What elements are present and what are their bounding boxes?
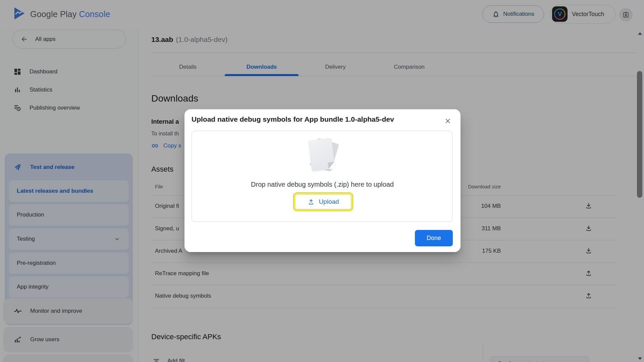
close-icon[interactable] [442, 115, 453, 127]
dialog-title: Upload native debug symbols for App bund… [192, 115, 394, 123]
paper-icon [308, 138, 335, 171]
done-button-label: Done [427, 235, 441, 242]
done-button[interactable]: Done [415, 230, 453, 246]
upload-button-label: Upload [319, 198, 339, 205]
upload-symbols-dialog: Upload native debug symbols for App bund… [184, 109, 461, 252]
upload-button-focus-ring: Upload [295, 194, 351, 209]
drop-hint-text: Drop native debug symbols (.zip) here to… [192, 181, 453, 188]
drop-zone[interactable]: Drop native debug symbols (.zip) here to… [192, 131, 452, 222]
play-console-page: Google PlayConsole Notifications V Vecto… [0, 0, 644, 362]
upload-button[interactable]: Upload [295, 194, 351, 209]
upload-icon [307, 198, 315, 206]
